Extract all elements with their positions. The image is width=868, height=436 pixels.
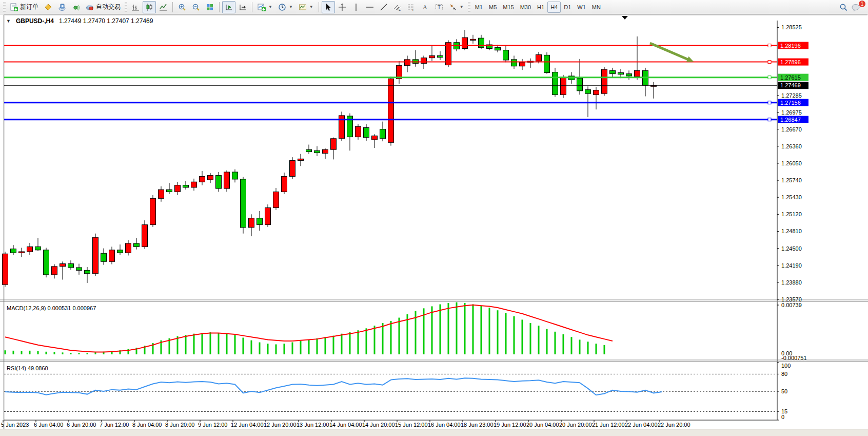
svg-text:1.24500: 1.24500 [781, 245, 802, 252]
arrows-button[interactable]: ▼ [446, 1, 466, 13]
navigator-button[interactable] [69, 1, 83, 13]
autotrading-button[interactable]: 自动交易 [83, 1, 123, 13]
toolbar-grip[interactable] [468, 2, 470, 12]
timeframe-h4[interactable]: H4 [547, 2, 561, 13]
candle [495, 47, 501, 50]
chart-canvas[interactable]: 1.285251.272851.269751.266701.263601.260… [0, 14, 868, 436]
toolbar-grip[interactable] [3, 2, 6, 12]
candle [553, 72, 558, 94]
candle [470, 39, 476, 40]
toolbar-grip[interactable] [125, 2, 127, 12]
svg-text:1.23880: 1.23880 [781, 279, 802, 286]
candle [364, 127, 369, 137]
templates-button[interactable]: ▼ [296, 1, 316, 13]
svg-text:21 Jun 12:00: 21 Jun 12:00 [592, 422, 625, 428]
level-lines-group[interactable] [4, 42, 808, 123]
vertical-line-button[interactable] [349, 1, 363, 13]
tile-windows-button[interactable] [203, 1, 216, 13]
candle [602, 69, 607, 93]
candle [356, 126, 361, 137]
periods-button[interactable]: ▼ [275, 1, 295, 13]
svg-text:1.27285: 1.27285 [781, 92, 802, 99]
svg-text:0.00739: 0.00739 [781, 302, 802, 308]
svg-text:1.27896: 1.27896 [780, 59, 801, 65]
notifications-icon[interactable]: 1 [852, 3, 862, 11]
crosshair-button[interactable] [336, 1, 349, 13]
arrows-dropdown-arrow[interactable]: ▼ [460, 5, 464, 9]
timeframe-w1[interactable]: W1 [574, 2, 589, 13]
timeframe-h1[interactable]: H1 [534, 2, 547, 13]
candle [52, 267, 57, 275]
chart-title-bar: ▼ GBPUSD-,H4 1.27449 1.27470 1.27407 1.2… [6, 17, 153, 25]
text-label-icon: T [435, 3, 443, 11]
text-label-button[interactable]: T [432, 1, 446, 13]
periods-dropdown-arrow[interactable]: ▼ [289, 5, 293, 9]
templates-dropdown-arrow[interactable]: ▼ [309, 5, 313, 9]
svg-text:1.27469: 1.27469 [780, 82, 801, 88]
svg-text:12 Jun 04:00: 12 Jun 04:00 [231, 422, 264, 428]
toolbar-separator [219, 2, 220, 12]
equidistant-channel-button[interactable]: E [391, 1, 404, 13]
svg-text:1.26050: 1.26050 [781, 160, 802, 166]
timeframe-m5[interactable]: M5 [486, 2, 500, 13]
candle [511, 60, 517, 66]
chart-menu-icon[interactable]: ▼ [6, 18, 11, 24]
new-order-icon [10, 3, 18, 11]
svg-text:1.28525: 1.28525 [781, 24, 802, 30]
candle [429, 55, 435, 58]
rsi-panel[interactable] [4, 363, 779, 420]
timeframe-d1[interactable]: D1 [561, 2, 574, 13]
timeframe-m15[interactable]: M15 [500, 2, 517, 13]
indicators-button[interactable]: ▼ [255, 1, 275, 13]
market-watch-button[interactable] [42, 1, 55, 13]
timeframe-mn[interactable]: MN [589, 2, 604, 13]
notification-count-badge: 1 [859, 1, 865, 7]
text-button[interactable]: A [419, 1, 432, 13]
data-window-button[interactable] [55, 1, 69, 13]
zoom-out-button[interactable] [189, 1, 203, 13]
svg-text:9 Jun 12:00: 9 Jun 12:00 [198, 422, 228, 428]
candle [536, 54, 542, 61]
horizontal-line-button[interactable] [363, 1, 377, 13]
fibonacci-button[interactable]: F [405, 1, 418, 13]
candle [167, 189, 172, 192]
search-icon[interactable] [839, 3, 847, 11]
vertical-line-icon [352, 3, 360, 11]
macd-label: MACD(12,26,9) 0.000531 0.000967 [7, 305, 96, 311]
autotrading-label: 自动交易 [96, 3, 121, 11]
svg-text:6 Jun 04:00: 6 Jun 04:00 [34, 422, 64, 428]
line-chart-button[interactable] [156, 1, 170, 13]
bar-chart-button[interactable] [129, 1, 142, 13]
svg-text:1.26360: 1.26360 [781, 143, 802, 149]
navigator-icon [72, 3, 80, 11]
auto-scroll-icon [225, 3, 233, 11]
timeframe-group: M1M5M15M30H1H4D1W1MN [472, 2, 604, 13]
trendline-button[interactable] [377, 1, 390, 13]
zoom-in-button[interactable] [175, 1, 189, 13]
cursor-button[interactable] [322, 1, 335, 13]
rsi-line [5, 378, 662, 395]
svg-text:22 Jun 20:00: 22 Jun 20:00 [658, 422, 691, 428]
new-order-button[interactable]: 新订单 [7, 1, 41, 13]
svg-text:T: T [438, 4, 441, 10]
chart-shift-icon [239, 3, 247, 11]
chart-window[interactable]: 1.285251.272851.269751.266701.263601.260… [0, 14, 868, 436]
svg-text:20 Jun 20:00: 20 Jun 20:00 [559, 422, 592, 428]
candle [241, 179, 246, 228]
auto-scroll-button[interactable] [222, 1, 235, 13]
line-chart-icon [159, 3, 167, 11]
chart-shift-marker[interactable] [622, 16, 628, 20]
candle [109, 250, 115, 261]
candlestick-chart-button[interactable] [143, 1, 156, 13]
candle [372, 136, 378, 139]
candle [585, 90, 591, 93]
macd-panel[interactable] [5, 302, 780, 354]
chart-shift-button[interactable] [236, 1, 249, 13]
timeframe-m30[interactable]: M30 [517, 2, 534, 13]
indicators-icon [258, 3, 266, 11]
horizontal-line-icon [366, 3, 374, 11]
timeframe-m1[interactable]: M1 [472, 2, 486, 13]
svg-text:1.26670: 1.26670 [781, 126, 802, 132]
indicators-dropdown-arrow[interactable]: ▼ [268, 5, 272, 9]
price-axis[interactable] [777, 27, 779, 299]
